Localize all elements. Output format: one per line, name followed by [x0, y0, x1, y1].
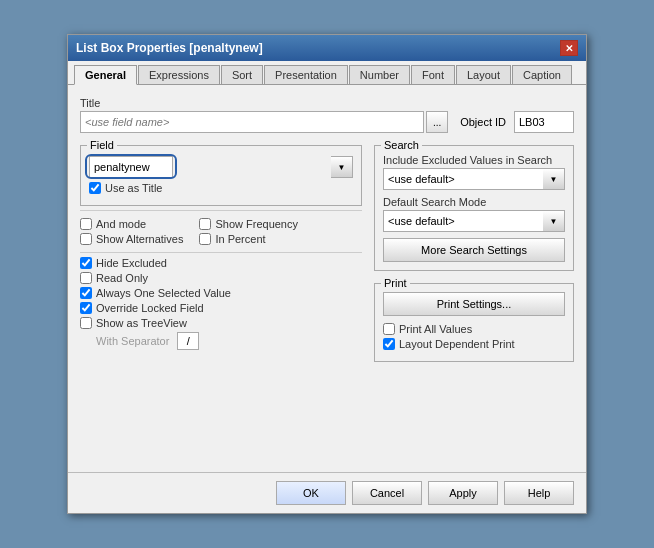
footer: OK Cancel Apply Help	[68, 472, 586, 513]
tab-font[interactable]: Font	[411, 65, 455, 84]
two-col-checks: And mode Show Alternatives Show Frequenc…	[80, 215, 362, 248]
always-one-label: Always One Selected Value	[96, 287, 231, 299]
field-value-circled: penaltynew	[89, 156, 173, 178]
show-frequency-checkbox[interactable]	[199, 218, 211, 230]
read-only-label: Read Only	[96, 272, 148, 284]
include-excluded-label: Include Excluded Values in Search	[383, 154, 565, 166]
show-treeview-label: Show as TreeView	[96, 317, 187, 329]
show-alternatives-checkbox[interactable]	[80, 233, 92, 245]
use-as-title-checkbox-label[interactable]: Use as Title	[89, 182, 353, 194]
search-group-title: Search	[381, 139, 422, 151]
default-search-label: Default Search Mode	[383, 196, 565, 208]
separator-input[interactable]	[177, 332, 199, 350]
layout-dependent-row[interactable]: Layout Dependent Print	[383, 338, 565, 350]
print-group: Print Print Settings... Print All Values…	[374, 283, 574, 362]
content-area: Title ... Object ID Field	[68, 85, 586, 472]
always-one-row[interactable]: Always One Selected Value	[80, 287, 362, 299]
main-row: Field penaltynew ▼	[80, 141, 574, 362]
object-id-input[interactable]	[514, 111, 574, 133]
object-id-label: Object ID	[460, 116, 506, 128]
read-only-checkbox[interactable]	[80, 272, 92, 284]
field-group: Field penaltynew ▼	[80, 145, 362, 206]
override-locked-label: Override Locked Field	[96, 302, 204, 314]
title-label: Title	[80, 97, 448, 109]
in-percent-row[interactable]: In Percent	[199, 233, 298, 245]
help-button[interactable]: Help	[504, 481, 574, 505]
separator-1	[80, 210, 362, 211]
search-group: Search Include Excluded Values in Search…	[374, 145, 574, 271]
title-section: Title ...	[80, 97, 448, 133]
field-dropdown[interactable]: penaltynew	[89, 156, 173, 178]
dialog: List Box Properties [penaltynew] ✕ Gener…	[67, 34, 587, 514]
show-treeview-checkbox[interactable]	[80, 317, 92, 329]
include-excluded-dropdown-container: <use default> ▼	[383, 168, 565, 190]
with-separator-row: With Separator	[80, 332, 362, 350]
tab-expressions[interactable]: Expressions	[138, 65, 220, 84]
print-all-row[interactable]: Print All Values	[383, 323, 565, 335]
tab-sort[interactable]: Sort	[221, 65, 263, 84]
tab-layout[interactable]: Layout	[456, 65, 511, 84]
object-id-section: Object ID	[460, 111, 574, 133]
right-panel: Search Include Excluded Values in Search…	[374, 141, 574, 362]
with-separator-label: With Separator	[96, 335, 169, 347]
hide-excluded-row[interactable]: Hide Excluded	[80, 257, 362, 269]
tab-number[interactable]: Number	[349, 65, 410, 84]
title-input[interactable]	[80, 111, 424, 133]
dialog-title: List Box Properties [penaltynew]	[76, 41, 263, 55]
default-search-dropdown-container: <use default> ▼	[383, 210, 565, 232]
use-as-title-label: Use as Title	[105, 182, 162, 194]
more-search-settings-button[interactable]: More Search Settings	[383, 238, 565, 262]
show-treeview-row[interactable]: Show as TreeView	[80, 317, 362, 329]
left-panel: Field penaltynew ▼	[80, 141, 362, 362]
use-as-title-checkbox[interactable]	[89, 182, 101, 194]
in-percent-label: In Percent	[215, 233, 265, 245]
layout-dependent-label: Layout Dependent Print	[399, 338, 515, 350]
and-mode-label: And mode	[96, 218, 146, 230]
use-as-title-row: Use as Title	[89, 182, 353, 194]
include-excluded-dropdown[interactable]: <use default>	[383, 168, 565, 190]
title-row: Title ... Object ID	[80, 97, 574, 133]
show-alternatives-label: Show Alternatives	[96, 233, 183, 245]
separator-2	[80, 252, 362, 253]
hide-excluded-checkbox[interactable]	[80, 257, 92, 269]
cancel-button[interactable]: Cancel	[352, 481, 422, 505]
and-mode-checkbox[interactable]	[80, 218, 92, 230]
left-checks: And mode Show Alternatives	[80, 215, 183, 248]
override-locked-row[interactable]: Override Locked Field	[80, 302, 362, 314]
print-all-checkbox[interactable]	[383, 323, 395, 335]
print-settings-button[interactable]: Print Settings...	[383, 292, 565, 316]
title-ellipsis-button[interactable]: ...	[426, 111, 448, 133]
tab-presentation[interactable]: Presentation	[264, 65, 348, 84]
field-dropdown-container: penaltynew ▼	[89, 156, 353, 178]
read-only-row[interactable]: Read Only	[80, 272, 362, 284]
ok-button[interactable]: OK	[276, 481, 346, 505]
print-all-label: Print All Values	[399, 323, 472, 335]
layout-dependent-checkbox[interactable]	[383, 338, 395, 350]
title-input-container: ...	[80, 111, 448, 133]
override-locked-checkbox[interactable]	[80, 302, 92, 314]
show-frequency-row[interactable]: Show Frequency	[199, 218, 298, 230]
tab-caption[interactable]: Caption	[512, 65, 572, 84]
hide-excluded-label: Hide Excluded	[96, 257, 167, 269]
default-search-dropdown[interactable]: <use default>	[383, 210, 565, 232]
in-percent-checkbox[interactable]	[199, 233, 211, 245]
show-alternatives-row[interactable]: Show Alternatives	[80, 233, 183, 245]
close-button[interactable]: ✕	[560, 40, 578, 56]
tabs-container: General Expressions Sort Presentation Nu…	[68, 61, 586, 85]
and-mode-row[interactable]: And mode	[80, 218, 183, 230]
show-frequency-label: Show Frequency	[215, 218, 298, 230]
title-bar: List Box Properties [penaltynew] ✕	[68, 35, 586, 61]
field-dropdown-arrow-icon: ▼	[331, 156, 353, 178]
always-one-checkbox[interactable]	[80, 287, 92, 299]
right-checks: Show Frequency In Percent	[199, 215, 298, 248]
field-group-title: Field	[87, 139, 117, 151]
apply-button[interactable]: Apply	[428, 481, 498, 505]
tab-general[interactable]: General	[74, 65, 137, 85]
print-group-title: Print	[381, 277, 410, 289]
